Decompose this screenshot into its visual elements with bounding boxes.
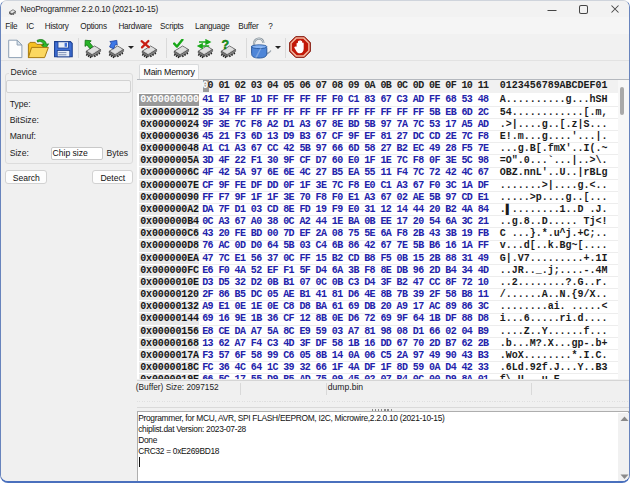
svg-text:?: ? bbox=[221, 39, 229, 52]
